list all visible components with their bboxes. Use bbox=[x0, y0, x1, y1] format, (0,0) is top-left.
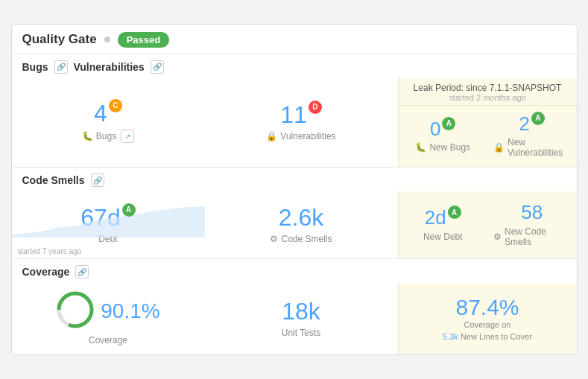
coverage-value: 90.1% bbox=[101, 300, 159, 323]
coverage-left: 90.1% Coverage 18k Unit Tests bbox=[12, 283, 398, 354]
vuln-metric-cell: 11 D 🔒 Vulnerabilities bbox=[205, 78, 398, 168]
bugs-rating-badge: C bbox=[109, 99, 122, 112]
debt-note: started 7 years ago bbox=[18, 247, 82, 255]
coverage-title: Coverage bbox=[22, 266, 70, 278]
new-vuln-label: 🔒 New Vulnerabilities bbox=[493, 137, 571, 158]
bugs-leak-panel: Leak Period: since 7.1.1-SNAPSHOT starte… bbox=[398, 78, 577, 168]
smells-icon: ⚙ bbox=[270, 234, 278, 244]
new-vuln-cell: 2 A 🔒 New Vulnerabilities bbox=[487, 106, 577, 168]
smells-cell: 2.6k ⚙ Code Smells bbox=[205, 191, 398, 258]
new-debt-value: 2d A bbox=[425, 207, 461, 229]
status-dot bbox=[104, 36, 110, 42]
new-vuln-value: 2 A bbox=[519, 113, 545, 135]
coverage-link-icon[interactable]: 🔗 bbox=[75, 265, 89, 278]
new-smells-cell: 58 ⚙ New Code Smells bbox=[487, 191, 577, 258]
leak-header: Leak Period: since 7.1.1-SNAPSHOT starte… bbox=[399, 78, 577, 106]
smells-right-body: 2d A New Debt 58 bbox=[399, 191, 577, 258]
coverage-circle bbox=[56, 290, 95, 329]
new-debt-cell: 2d A New Debt bbox=[399, 191, 488, 258]
new-bugs-value: 0 A bbox=[430, 118, 455, 140]
bugs-metrics-left: 4 C 🐛 Bugs ↗ 11 D 🔒 bbox=[12, 78, 398, 168]
new-bug-icon: 🐛 bbox=[415, 142, 426, 153]
code-smells-left: 67d A Debt started 7 years ago 2.6k ⚙ bbox=[12, 191, 398, 258]
bugs-right-body: 0 A 🐛 New Bugs 2 A bbox=[399, 106, 577, 168]
code-smells-section: Code Smells 🔗 67d A Debt bbox=[12, 168, 577, 259]
bug-icon: 🐛 bbox=[82, 131, 93, 141]
code-smells-metrics-row: 67d A Debt started 7 years ago 2.6k ⚙ bbox=[12, 191, 577, 258]
new-debt-rating: A bbox=[448, 206, 461, 219]
coverage-display: 90.1% bbox=[56, 290, 159, 332]
code-smells-link-icon[interactable]: 🔗 bbox=[91, 173, 104, 187]
new-bugs-label: 🐛 New Bugs bbox=[415, 142, 470, 153]
coverage-label: Coverage bbox=[89, 335, 127, 345]
lock-icon: 🔒 bbox=[266, 131, 277, 141]
tests-value: 18k bbox=[282, 299, 320, 325]
vuln-rating-badge: D bbox=[309, 101, 322, 114]
quality-gate-card: Quality Gate Passed Bugs 🔗 Vulnerabiliti… bbox=[11, 24, 578, 356]
debt-cell: 67d A Debt started 7 years ago bbox=[12, 191, 205, 258]
vuln-value-display: 11 D bbox=[280, 102, 322, 128]
bugs-metrics-row: 4 C 🐛 Bugs ↗ 11 D 🔒 bbox=[12, 78, 577, 168]
coverage-metrics-row: 90.1% Coverage 18k Unit Tests 87.4% Cove… bbox=[12, 283, 577, 354]
bugs-section: Bugs 🔗 Vulnerabilities 🔗 4 C 🐛 Bugs ↗ bbox=[12, 54, 577, 168]
new-smells-value: 58 bbox=[521, 202, 543, 223]
code-smells-title: Code Smells bbox=[22, 174, 85, 186]
bugs-value-display: 4 C bbox=[94, 101, 122, 127]
coverage-section: Coverage 🔗 90.1% Coverag bbox=[12, 259, 577, 354]
new-bugs-rating: A bbox=[442, 117, 455, 130]
bugs-metric-cell: 4 C 🐛 Bugs ↗ bbox=[12, 78, 205, 168]
new-coverage-value: 87.4% bbox=[455, 295, 519, 319]
coverage-cell: 90.1% Coverage bbox=[12, 283, 205, 354]
bugs-right-wrapper: Leak Period: since 7.1.1-SNAPSHOT starte… bbox=[399, 78, 577, 168]
vuln-title: Vulnerabilities bbox=[74, 61, 145, 73]
bugs-title: Bugs bbox=[22, 61, 48, 73]
bugs-link-icon[interactable]: 🔗 bbox=[54, 60, 68, 74]
vuln-link-icon[interactable]: 🔗 bbox=[151, 60, 164, 74]
new-lock-icon: 🔒 bbox=[493, 142, 505, 153]
status-badge: Passed bbox=[118, 32, 170, 48]
smells-leak-panel: 2d A New Debt 58 bbox=[398, 191, 577, 258]
vuln-label: 🔒 Vulnerabilities bbox=[266, 131, 335, 141]
smells-label: ⚙ Code Smells bbox=[270, 234, 332, 244]
new-bugs-cell: 0 A 🐛 New Bugs bbox=[399, 106, 488, 168]
unit-tests-cell: 18k Unit Tests bbox=[205, 283, 398, 354]
card-header: Quality Gate Passed bbox=[12, 25, 577, 54]
code-smells-header: Code Smells 🔗 bbox=[12, 168, 577, 191]
new-vuln-rating: A bbox=[531, 112, 545, 125]
smells-right-wrapper: 2d A New Debt 58 bbox=[399, 191, 577, 258]
tests-label: Unit Tests bbox=[282, 328, 320, 338]
bugs-trend-icon[interactable]: ↗ bbox=[121, 130, 134, 143]
bugs-label: 🐛 Bugs ↗ bbox=[82, 130, 134, 143]
smells-value: 2.6k bbox=[279, 205, 323, 231]
new-coverage-label: Coverage on 5.3k New Lines to Cover bbox=[443, 319, 532, 343]
bugs-section-header: Bugs 🔗 Vulnerabilities 🔗 bbox=[12, 54, 577, 78]
debt-rating: A bbox=[122, 203, 136, 217]
new-debt-label: New Debt bbox=[423, 232, 463, 242]
new-smells-icon: ⚙ bbox=[493, 232, 502, 242]
coverage-header: Coverage 🔗 bbox=[12, 259, 577, 283]
page-title: Quality Gate bbox=[22, 32, 97, 47]
coverage-leak-panel: 87.4% Coverage on 5.3k New Lines to Cove… bbox=[398, 283, 577, 354]
new-coverage-display: 87.4% Coverage on 5.3k New Lines to Cove… bbox=[399, 283, 577, 354]
new-smells-label: ⚙ New Code Smells bbox=[493, 226, 571, 247]
